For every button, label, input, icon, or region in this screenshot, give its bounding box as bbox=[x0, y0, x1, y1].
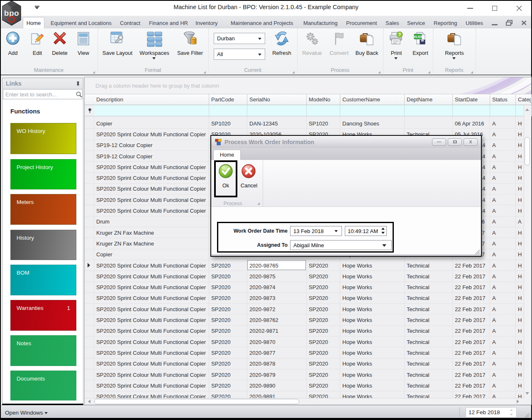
svg-text:XLSX: XLSX bbox=[414, 35, 423, 39]
svg-text:?: ? bbox=[398, 32, 401, 37]
